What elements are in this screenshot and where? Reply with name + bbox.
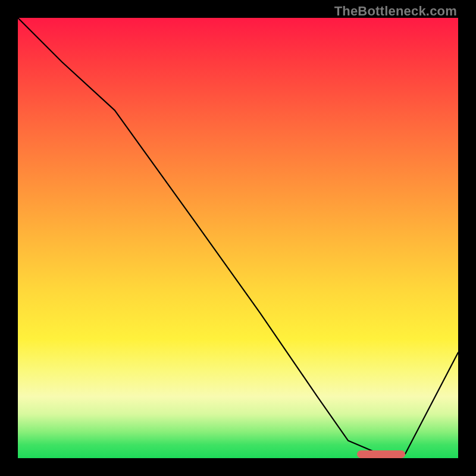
plot-area (18, 18, 458, 458)
chart-frame: TheBottleneck.com (0, 0, 476, 476)
optimal-range-marker (357, 450, 405, 458)
bottleneck-curve (18, 18, 458, 458)
watermark-text: TheBottleneck.com (334, 4, 457, 19)
